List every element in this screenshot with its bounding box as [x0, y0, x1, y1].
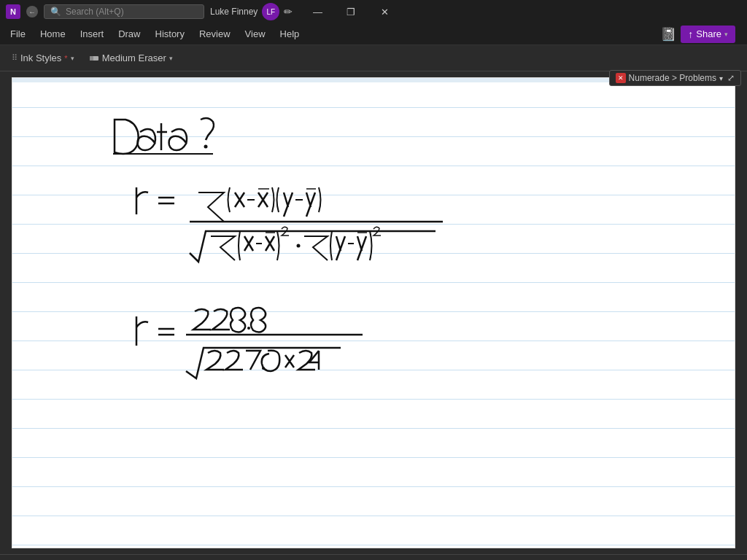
menu-help[interactable]: Help [273, 26, 307, 42]
close-button[interactable]: ✕ [368, 0, 400, 23]
ink-styles-button[interactable]: ⠿ Ink Styles * ▾ [6, 50, 80, 66]
user-name: Luke Finney [210, 7, 258, 17]
search-icon: 🔍 [50, 7, 61, 17]
draw-toolbar: ⠿ Ink Styles * ▾ Medium Eraser ▾ [0, 45, 747, 71]
svg-point-13 [297, 244, 301, 248]
scrollbar-area [0, 554, 747, 560]
eraser-chevron: ▾ [169, 55, 173, 62]
svg-point-2 [204, 145, 208, 149]
menu-draw[interactable]: Draw [111, 26, 147, 42]
search-box[interactable]: 🔍 [44, 4, 204, 19]
share-chevron: ▾ [724, 31, 728, 38]
eraser-label: Medium Eraser [102, 52, 166, 63]
notebook-panel-chevron: ▾ [719, 74, 723, 82]
menu-insert[interactable]: Insert [73, 26, 112, 42]
window-controls: — ❐ ✕ [301, 0, 400, 23]
menubar: File Home Insert Draw History Review Vie… [0, 23, 747, 45]
page-canvas[interactable] [12, 77, 735, 548]
titlebar: N ← 🔍 Luke Finney LF ✏ — ❐ ✕ [0, 0, 747, 23]
share-label: Share [696, 28, 721, 39]
ink-styles-label: Ink Styles [20, 52, 61, 63]
svg-point-18 [247, 327, 250, 330]
menu-home[interactable]: Home [33, 26, 73, 42]
menu-file[interactable]: File [3, 26, 33, 42]
avatar: LF [262, 3, 279, 20]
share-button[interactable]: ↑ Share ▾ [681, 26, 735, 43]
notebook-panel-close[interactable]: ✕ [616, 73, 626, 83]
svg-rect-1 [90, 56, 93, 61]
back-button[interactable]: ← [26, 6, 38, 18]
restore-button[interactable]: ❐ [335, 0, 367, 23]
menu-review[interactable]: Review [192, 26, 238, 42]
eraser-button[interactable]: Medium Eraser ▾ [83, 50, 179, 66]
menu-view[interactable]: View [238, 26, 273, 42]
search-input[interactable] [66, 7, 190, 17]
pen-icon[interactable]: ✏ [284, 6, 293, 18]
ink-styles-modified-indicator: * [64, 54, 67, 63]
handwritten-content [12, 78, 735, 548]
ink-styles-chevron: ▾ [71, 55, 74, 62]
minimize-button[interactable]: — [301, 0, 333, 23]
eraser-icon [89, 53, 99, 63]
user-info: Luke Finney LF ✏ [210, 3, 293, 20]
menu-history[interactable]: History [148, 26, 192, 42]
share-icon: ↑ [688, 28, 693, 40]
notebook-panel-expand[interactable]: ⤢ [727, 73, 735, 83]
notebook-panel[interactable]: ✕ Numerade > Problems ▾ ⤢ [609, 70, 741, 86]
notebook-icon[interactable]: 📓 [660, 26, 676, 42]
ink-styles-grid-icon: ⠿ [12, 53, 18, 63]
app-logo: N [6, 4, 20, 19]
notebook-panel-text: Numerade > Problems [629, 73, 716, 83]
app-logo-letter: N [10, 7, 16, 16]
